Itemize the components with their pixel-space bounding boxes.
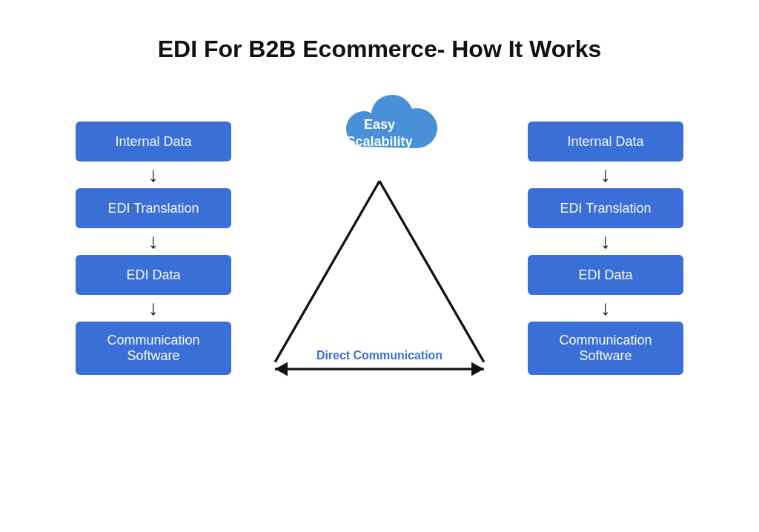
right-box-edi-translation: EDI Translation [528,188,683,228]
cloud-shape: EasyScalability [320,93,439,174]
right-box-comm-software: CommunicationSoftware [528,322,683,375]
left-box-edi-translation: EDI Translation [76,188,231,228]
diagram-container: Internal Data ↓ EDI Translation ↓ EDI Da… [0,93,759,404]
right-arrow-2: ↓ [600,231,611,252]
svg-marker-3 [275,362,288,376]
right-flow-column: Internal Data ↓ EDI Translation ↓ EDI Da… [520,122,691,375]
direct-comm-label: Direct Communication [316,349,443,362]
svg-marker-4 [471,362,484,376]
left-box-edi-data: EDI Data [76,255,231,295]
left-arrow-1: ↓ [148,164,159,185]
right-box-edi-data: EDI Data [528,255,683,295]
right-arrow-3: ↓ [600,298,611,319]
left-arrow-3: ↓ [148,298,159,319]
cloud-label: EasyScalability [346,116,412,151]
right-arrow-1: ↓ [600,164,611,185]
right-box-internal-data: Internal Data [528,122,683,162]
page-title: EDI For B2B Ecommerce- How It Works [158,36,602,63]
left-box-comm-software: CommunicationSoftware [76,322,231,375]
center-section: EasyScalability Direct Communication [239,93,520,404]
cloud-wrapper: EasyScalability [320,93,439,174]
left-arrow-2: ↓ [148,231,159,252]
left-box-internal-data: Internal Data [76,122,231,162]
svg-line-0 [275,181,380,362]
left-flow-column: Internal Data ↓ EDI Translation ↓ EDI Da… [68,122,239,375]
svg-line-1 [380,181,484,362]
center-diagram-svg: Direct Communication [239,174,520,404]
